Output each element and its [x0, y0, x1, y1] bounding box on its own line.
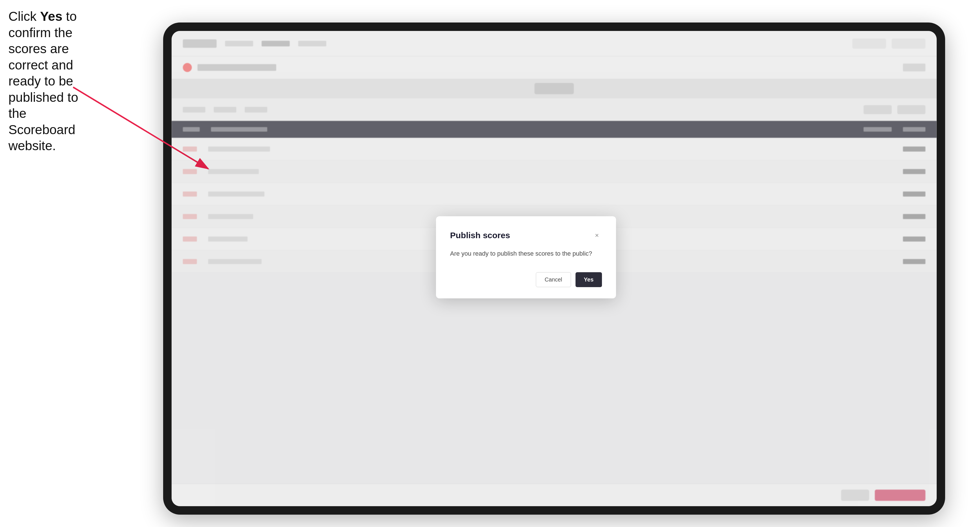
modal-close-button[interactable]: × [592, 230, 602, 240]
modal-header: Publish scores × [450, 230, 602, 240]
modal-footer: Cancel Yes [450, 272, 602, 287]
instruction-prefix: Click [8, 9, 40, 24]
instruction-bold: Yes [40, 9, 62, 24]
tablet-screen: Publish scores × Are you ready to publis… [172, 31, 937, 506]
yes-button[interactable]: Yes [576, 272, 602, 287]
modal-title: Publish scores [450, 230, 510, 240]
modal-body-text: Are you ready to publish these scores to… [450, 249, 602, 258]
modal-overlay: Publish scores × Are you ready to publis… [172, 31, 937, 506]
tablet-device: Publish scores × Are you ready to publis… [163, 22, 945, 514]
cancel-button[interactable]: Cancel [536, 272, 571, 287]
instruction-suffix: to confirm the scores are correct and re… [8, 9, 78, 153]
publish-scores-modal: Publish scores × Are you ready to publis… [436, 216, 616, 298]
instruction-text: Click Yes to confirm the scores are corr… [8, 8, 87, 154]
